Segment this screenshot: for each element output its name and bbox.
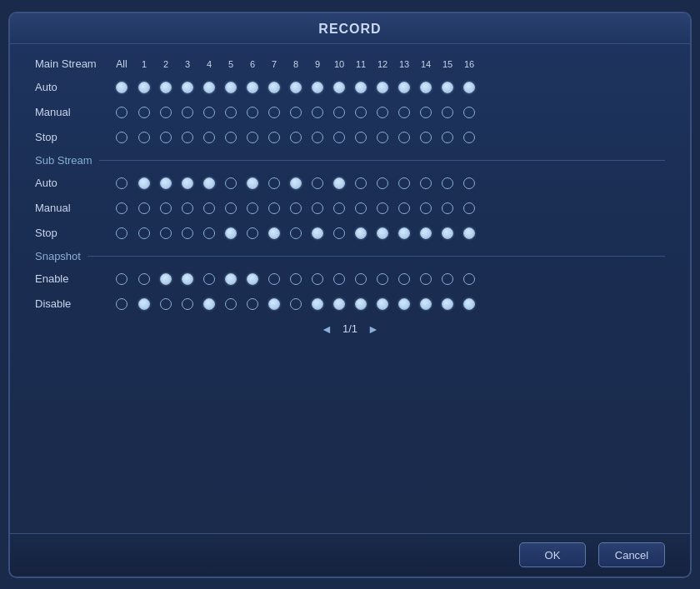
radio-button[interactable]: [220, 172, 242, 194]
radio-button[interactable]: [458, 127, 480, 148]
radio-button[interactable]: [285, 197, 307, 219]
radio-all[interactable]: [110, 268, 133, 290]
radio-button[interactable]: [393, 102, 415, 123]
radio-button[interactable]: [133, 197, 155, 219]
radio-button[interactable]: [415, 127, 437, 148]
radio-button[interactable]: [307, 77, 328, 98]
radio-button[interactable]: [350, 268, 372, 290]
radio-button[interactable]: [242, 172, 263, 194]
radio-button[interactable]: [415, 77, 437, 98]
radio-button[interactable]: [133, 222, 155, 244]
radio-button[interactable]: [393, 293, 415, 315]
radio-button[interactable]: [263, 293, 285, 315]
radio-button[interactable]: [393, 197, 415, 219]
radio-button[interactable]: [437, 293, 458, 315]
radio-button[interactable]: [220, 197, 242, 219]
radio-button[interactable]: [350, 293, 372, 315]
radio-button[interactable]: [220, 102, 242, 123]
radio-button[interactable]: [458, 293, 480, 315]
radio-button[interactable]: [372, 197, 393, 219]
radio-button[interactable]: [263, 197, 285, 219]
radio-button[interactable]: [350, 172, 372, 194]
radio-all[interactable]: [110, 172, 133, 194]
radio-button[interactable]: [285, 172, 307, 194]
radio-button[interactable]: [372, 102, 393, 123]
radio-button[interactable]: [328, 127, 350, 148]
radio-button[interactable]: [307, 268, 328, 290]
radio-button[interactable]: [372, 222, 393, 244]
radio-button[interactable]: [242, 102, 263, 123]
radio-button[interactable]: [155, 268, 177, 290]
radio-button[interactable]: [198, 102, 220, 123]
radio-button[interactable]: [458, 172, 480, 194]
radio-button[interactable]: [437, 268, 458, 290]
cancel-button[interactable]: Cancel: [598, 542, 665, 567]
radio-button[interactable]: [307, 172, 328, 194]
radio-button[interactable]: [328, 293, 350, 315]
radio-button[interactable]: [437, 197, 458, 219]
radio-button[interactable]: [415, 268, 437, 290]
radio-button[interactable]: [437, 127, 458, 148]
radio-button[interactable]: [198, 127, 220, 148]
radio-button[interactable]: [242, 222, 263, 244]
radio-button[interactable]: [458, 77, 480, 98]
radio-button[interactable]: [437, 102, 458, 123]
radio-button[interactable]: [198, 172, 220, 194]
radio-button[interactable]: [307, 197, 328, 219]
radio-button[interactable]: [155, 127, 177, 148]
radio-button[interactable]: [133, 102, 155, 123]
radio-button[interactable]: [458, 197, 480, 219]
ok-button[interactable]: OK: [519, 542, 586, 567]
next-page-button[interactable]: ►: [368, 322, 379, 336]
radio-button[interactable]: [437, 222, 458, 244]
radio-button[interactable]: [198, 222, 220, 244]
radio-button[interactable]: [285, 268, 307, 290]
radio-button[interactable]: [242, 127, 263, 148]
radio-button[interactable]: [393, 172, 415, 194]
radio-button[interactable]: [220, 268, 242, 290]
radio-button[interactable]: [328, 102, 350, 123]
radio-button[interactable]: [393, 222, 415, 244]
radio-button[interactable]: [372, 77, 393, 98]
radio-button[interactable]: [133, 172, 155, 194]
radio-button[interactable]: [285, 293, 307, 315]
radio-button[interactable]: [350, 197, 372, 219]
radio-button[interactable]: [198, 77, 220, 98]
radio-button[interactable]: [263, 77, 285, 98]
prev-page-button[interactable]: ◄: [321, 322, 332, 336]
radio-button[interactable]: [372, 127, 393, 148]
radio-button[interactable]: [285, 77, 307, 98]
radio-button[interactable]: [133, 127, 155, 148]
radio-button[interactable]: [242, 197, 263, 219]
radio-button[interactable]: [242, 268, 263, 290]
radio-button[interactable]: [328, 77, 350, 98]
radio-button[interactable]: [328, 268, 350, 290]
radio-button[interactable]: [155, 172, 177, 194]
radio-all[interactable]: [110, 293, 133, 315]
radio-button[interactable]: [415, 197, 437, 219]
radio-button[interactable]: [155, 293, 177, 315]
radio-button[interactable]: [307, 127, 328, 148]
radio-button[interactable]: [307, 102, 328, 123]
radio-button[interactable]: [220, 293, 242, 315]
radio-button[interactable]: [437, 172, 458, 194]
radio-button[interactable]: [133, 268, 155, 290]
radio-button[interactable]: [458, 222, 480, 244]
radio-button[interactable]: [415, 172, 437, 194]
radio-button[interactable]: [177, 77, 198, 98]
radio-button[interactable]: [155, 222, 177, 244]
radio-button[interactable]: [393, 127, 415, 148]
radio-button[interactable]: [220, 77, 242, 98]
radio-all[interactable]: [110, 102, 133, 123]
radio-all[interactable]: [110, 127, 133, 148]
radio-button[interactable]: [177, 197, 198, 219]
radio-button[interactable]: [393, 268, 415, 290]
radio-button[interactable]: [350, 102, 372, 123]
radio-button[interactable]: [328, 222, 350, 244]
radio-button[interactable]: [415, 222, 437, 244]
radio-button[interactable]: [155, 197, 177, 219]
radio-button[interactable]: [393, 77, 415, 98]
radio-button[interactable]: [220, 127, 242, 148]
radio-button[interactable]: [155, 102, 177, 123]
radio-button[interactable]: [350, 222, 372, 244]
